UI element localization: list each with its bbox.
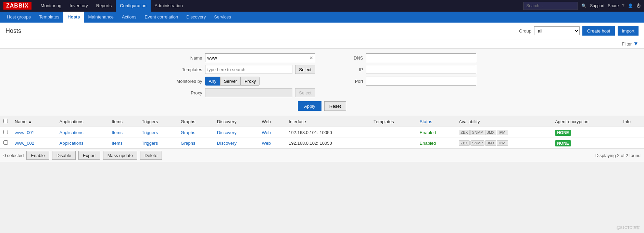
avail-jmx: JMX bbox=[485, 140, 496, 146]
row-name-0[interactable]: www_001 bbox=[11, 127, 56, 138]
support-link[interactable]: Support bbox=[590, 3, 604, 8]
mass-update-button[interactable]: Mass update bbox=[103, 151, 137, 160]
proxy-label: Proxy bbox=[168, 90, 202, 95]
create-host-button[interactable]: Create host bbox=[582, 26, 615, 36]
row-web-0[interactable]: Web bbox=[258, 127, 285, 138]
disable-button[interactable]: Disable bbox=[52, 151, 76, 160]
name-label: Name bbox=[168, 55, 202, 61]
col-discovery: Discovery bbox=[214, 116, 258, 127]
nav-inventory[interactable]: Inventory bbox=[65, 0, 92, 12]
table-header-row: Name ▲ Applications Items Triggers Graph… bbox=[0, 116, 644, 127]
subnav-services[interactable]: Services bbox=[210, 12, 235, 23]
avail-ipmi: IPMI bbox=[497, 140, 508, 146]
host-name-link[interactable]: www_001 bbox=[15, 130, 34, 135]
encryption-badge: NONE bbox=[555, 140, 571, 146]
nav-reports[interactable]: Reports bbox=[92, 0, 116, 12]
templates-input[interactable] bbox=[205, 65, 293, 74]
col-name[interactable]: Name ▲ bbox=[11, 116, 56, 127]
group-select[interactable]: all Linux servers Windows servers bbox=[534, 26, 580, 35]
col-agent-encryption: Agent encryption bbox=[552, 116, 620, 127]
subnav-maintenance[interactable]: Maintenance bbox=[84, 12, 117, 23]
filter-name-row: Name ✕ bbox=[168, 53, 315, 62]
selected-count: 0 selected bbox=[3, 153, 24, 158]
filter-templates-row: Templates Select bbox=[168, 65, 315, 74]
monitored-by-label: Monitored by bbox=[168, 79, 202, 84]
top-nav-items: Monitoring Inventory Reports Configurati… bbox=[37, 0, 523, 12]
subnav-actions[interactable]: Actions bbox=[118, 12, 141, 23]
filter-form-inner: Name ✕ Templates Select Monitored by Any… bbox=[168, 53, 476, 97]
select-templates-button[interactable]: Select bbox=[295, 65, 315, 74]
subnav-eventcorrelation[interactable]: Event correlation bbox=[141, 12, 182, 23]
nav-monitoring[interactable]: Monitoring bbox=[37, 0, 66, 12]
row-checkbox[interactable] bbox=[3, 140, 8, 145]
export-button[interactable]: Export bbox=[78, 151, 100, 160]
nav-configuration[interactable]: Configuration bbox=[116, 0, 150, 12]
row-graphs-0[interactable]: Graphs bbox=[177, 127, 214, 138]
ip-label: IP bbox=[329, 67, 363, 72]
enable-button[interactable]: Enable bbox=[26, 151, 49, 160]
logout-icon[interactable]: ⏻ bbox=[636, 3, 641, 8]
filter-toggle-icon[interactable]: ▼ bbox=[633, 41, 639, 47]
select-all-checkbox[interactable] bbox=[3, 119, 8, 123]
group-label: Group bbox=[519, 28, 531, 34]
avail-zbx: ZBX bbox=[459, 140, 469, 146]
reset-button[interactable]: Reset bbox=[324, 101, 346, 111]
proxy-input bbox=[205, 88, 293, 97]
import-button[interactable]: Import bbox=[618, 26, 639, 36]
dns-input[interactable] bbox=[366, 53, 476, 62]
row-encryption-1: NONE bbox=[552, 138, 620, 148]
row-discovery-1[interactable]: Discovery bbox=[214, 138, 258, 148]
row-status-0[interactable]: Enabled bbox=[416, 127, 456, 138]
subnav-discovery[interactable]: Discovery bbox=[182, 12, 210, 23]
port-input[interactable] bbox=[366, 77, 476, 86]
avail-snmp: SNMP bbox=[470, 130, 485, 135]
apply-button[interactable]: Apply bbox=[298, 101, 321, 111]
name-input[interactable] bbox=[205, 54, 308, 62]
row-checkbox[interactable] bbox=[3, 130, 8, 134]
row-triggers-1[interactable]: Triggers bbox=[138, 138, 177, 148]
templates-label: Templates bbox=[168, 67, 202, 72]
user-icon[interactable]: 👤 bbox=[628, 3, 633, 8]
filter-ip-row: IP bbox=[329, 65, 476, 74]
row-triggers-0[interactable]: Triggers bbox=[138, 127, 177, 138]
displaying-count: Displaying 2 of 2 found bbox=[595, 153, 641, 158]
row-items-0[interactable]: Items bbox=[108, 127, 138, 138]
row-graphs-1[interactable]: Graphs bbox=[177, 138, 214, 148]
ip-input[interactable] bbox=[366, 65, 476, 74]
global-search-input[interactable] bbox=[523, 2, 578, 10]
filter-dns-row: DNS bbox=[329, 53, 476, 62]
row-name-1[interactable]: www_002 bbox=[11, 138, 56, 148]
row-applications-0[interactable]: Applications bbox=[56, 127, 109, 138]
monitored-server-button[interactable]: Server bbox=[220, 77, 241, 86]
table-row: www_001 Applications Items Triggers Grap… bbox=[0, 127, 644, 138]
monitored-any-button[interactable]: Any bbox=[205, 77, 220, 86]
top-nav-right: 🔍 Support Share ? 👤 ⏻ bbox=[523, 2, 641, 10]
logo[interactable]: ZABBIX bbox=[3, 2, 31, 10]
select-proxy-button: Select bbox=[295, 88, 315, 97]
top-navbar: ZABBIX Monitoring Inventory Reports Conf… bbox=[0, 0, 644, 12]
table-row: www_002 Applications Items Triggers Grap… bbox=[0, 138, 644, 148]
nav-administration[interactable]: Administration bbox=[151, 0, 187, 12]
help-icon[interactable]: ? bbox=[622, 3, 624, 8]
avail-snmp: SNMP bbox=[470, 140, 485, 146]
search-icon[interactable]: 🔍 bbox=[581, 3, 586, 8]
col-availability: Availability bbox=[455, 116, 552, 127]
monitored-proxy-button[interactable]: Proxy bbox=[241, 77, 260, 86]
row-checkbox-1 bbox=[0, 138, 11, 148]
share-link[interactable]: Share bbox=[608, 3, 619, 8]
col-status: Status bbox=[416, 116, 456, 127]
row-info-1 bbox=[620, 138, 644, 148]
host-name-link[interactable]: www_002 bbox=[15, 141, 34, 146]
subnav-hosts[interactable]: Hosts bbox=[63, 12, 84, 23]
row-status-1[interactable]: Enabled bbox=[416, 138, 456, 148]
row-discovery-0[interactable]: Discovery bbox=[214, 127, 258, 138]
row-web-1[interactable]: Web bbox=[258, 138, 285, 148]
col-triggers: Triggers bbox=[138, 116, 177, 127]
row-applications-1[interactable]: Applications bbox=[56, 138, 109, 148]
name-clear-button[interactable]: ✕ bbox=[308, 55, 315, 61]
row-checkbox-0 bbox=[0, 127, 11, 138]
subnav-hostgroups[interactable]: Host groups bbox=[3, 12, 35, 23]
subnav-templates[interactable]: Templates bbox=[35, 12, 63, 23]
delete-button[interactable]: Delete bbox=[140, 151, 162, 160]
row-items-1[interactable]: Items bbox=[108, 138, 138, 148]
